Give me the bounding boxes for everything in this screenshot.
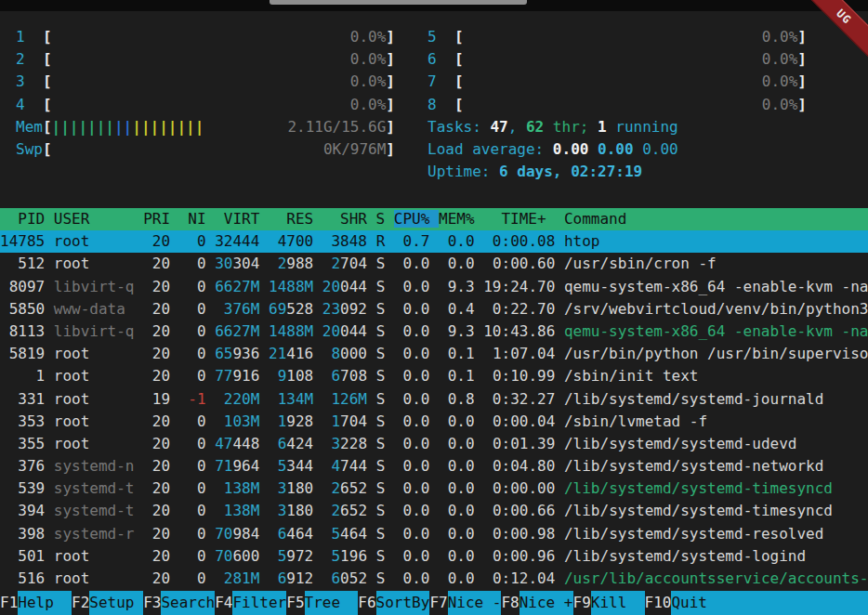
fnkey-f2[interactable]: F2	[72, 591, 89, 615]
virt-cell: 600	[232, 547, 259, 565]
gap	[367, 367, 376, 385]
memory-meter-label: Mem	[16, 116, 43, 138]
mem-cell: 9.3	[439, 278, 483, 295]
gap	[367, 547, 376, 565]
shr-cell	[322, 345, 332, 362]
gap	[313, 502, 322, 519]
process-row-5819[interactable]: 5819 root 20 0 65936 21416 8000 S 0.0 0.…	[0, 343, 868, 365]
fnkey-f8[interactable]: F8	[501, 591, 519, 615]
time-cell: 0:22.70	[483, 300, 564, 318]
process-row-539[interactable]: 539 systemd-t 20 0 138M 3180 2652 S 0.0 …	[0, 478, 868, 500]
shr-cell: 20	[322, 322, 340, 340]
res-cell: 21	[269, 345, 286, 362]
gap	[313, 479, 322, 497]
table-rows: 14785 root 20 0 32444 4700 3848 R 0.7 0.…	[0, 230, 868, 590]
gap	[259, 457, 269, 475]
command-cell: /lib/systemd/systemd-logind	[564, 547, 806, 565]
res-cell	[269, 412, 278, 430]
fnlabel-f4[interactable]: Filter	[232, 591, 286, 615]
fnkey-f6[interactable]: F6	[358, 591, 375, 615]
process-row-8097[interactable]: 8097 libvirt-q 20 0 6627M 1488M 20044 S …	[0, 276, 868, 298]
process-row-331[interactable]: 331 root 19 -1 220M 134M 126M S 0.0 0.8 …	[0, 388, 868, 411]
mem-cell: 0.0	[439, 457, 483, 475]
threads-count: 62	[526, 118, 544, 136]
res-cell	[269, 479, 278, 497]
process-row-353[interactable]: 353 root 20 0 103M 1928 1704 S 0.0 0.0 0…	[0, 411, 868, 433]
fnkey-f4[interactable]: F4	[215, 591, 232, 615]
sort-column-cpu[interactable]: CPU%	[394, 210, 439, 228]
fnkey-f3[interactable]: F3	[143, 591, 161, 615]
process-row-14785[interactable]: 14785 root 20 0 32444 4700 3848 R 0.7 0.…	[0, 230, 868, 253]
shr-cell: 2	[331, 255, 340, 272]
pid-cell: 516	[0, 569, 54, 587]
fnlabel-f8[interactable]: Nice +	[519, 591, 573, 615]
mem-cell: 9.3	[439, 322, 483, 340]
res-cell	[269, 255, 278, 272]
meter-open-bracket: [	[454, 48, 464, 71]
fnkey-f10[interactable]: F10	[645, 591, 672, 615]
cpu-meter-bar: 0.0%	[464, 26, 798, 48]
meter-close-bracket: ]	[386, 48, 395, 71]
ni-cell: 0	[179, 300, 216, 318]
gap	[259, 390, 269, 408]
shr-cell: 2	[331, 479, 340, 497]
process-row-501[interactable]: 501 root 20 0 70600 5972 5196 S 0.0 0.0 …	[0, 545, 868, 568]
pid-cell: 5850	[0, 300, 54, 318]
process-row-376[interactable]: 376 systemd-n 20 0 71964 5344 4744 S 0.0…	[0, 455, 868, 478]
fnkey-f5[interactable]: F5	[286, 591, 304, 615]
mem-cell: 0.0	[439, 479, 483, 497]
fnlabel-f3[interactable]: Search	[161, 591, 215, 615]
fnlabel-f6[interactable]: SortBy	[376, 591, 430, 615]
virt-cell	[215, 569, 224, 587]
fnlabel-f9[interactable]: Kill	[591, 591, 645, 615]
virt-cell: 376M	[224, 300, 260, 318]
drag-handle[interactable]	[270, 0, 527, 5]
meter-close-bracket: ]	[386, 94, 395, 116]
table-header[interactable]: PID USER PRI NI VIRT RES SHR S CPU% MEM%…	[0, 208, 868, 230]
gap	[313, 232, 322, 250]
meter-close-bracket: ]	[386, 71, 395, 93]
shr-cell: 464	[340, 525, 367, 543]
cpu-meter-label: 4	[16, 94, 43, 116]
res-cell	[269, 232, 278, 250]
cpu-meter-label: 7	[427, 71, 454, 93]
process-row-394[interactable]: 394 systemd-t 20 0 138M 3180 2652 S 0.0 …	[0, 500, 868, 522]
shr-cell: 652	[340, 479, 367, 497]
fnlabel-f1[interactable]: Help	[18, 591, 72, 615]
process-row-512[interactable]: 512 root 20 0 30304 2988 2704 S 0.0 0.0 …	[0, 253, 868, 275]
process-row-516[interactable]: 516 root 20 0 281M 6912 6052 S 0.0 0.0 0…	[0, 568, 868, 590]
fnkey-f7[interactable]: F7	[429, 591, 447, 615]
fnkey-f1[interactable]: F1	[0, 591, 18, 615]
user-cell: root	[54, 390, 143, 408]
res-cell: 928	[286, 412, 313, 430]
memory-cache-bars: ||||||||	[132, 116, 204, 138]
fnlabel-f10[interactable]: Quit	[671, 591, 707, 615]
fnkey-f9[interactable]: F9	[573, 591, 591, 615]
ni-cell: 0	[179, 569, 216, 587]
cpu-cell: 0.0	[394, 255, 439, 272]
pid-cell: 14785	[0, 232, 54, 250]
process-row-8113[interactable]: 8113 libvirt-q 20 0 6627M 1488M 20044 S …	[0, 321, 868, 343]
process-row-5850[interactable]: 5850 www-data 20 0 376M 69528 23092 S 0.…	[0, 298, 868, 321]
shr-cell: 1	[331, 412, 340, 430]
process-row-398[interactable]: 398 systemd-r 20 0 70984 6464 5464 S 0.0…	[0, 523, 868, 545]
process-row-355[interactable]: 355 root 20 0 47448 6424 3228 S 0.0 0.0 …	[0, 433, 868, 455]
tasks-count: 47	[490, 118, 507, 136]
shr-cell: 000	[340, 345, 367, 362]
fnlabel-f7[interactable]: Nice -	[448, 591, 502, 615]
fnlabel-f2[interactable]: Setup	[89, 591, 143, 615]
cpu-meter-bar: 0.0%	[464, 71, 798, 93]
fnlabel-f5[interactable]: Tree	[305, 591, 359, 615]
process-row-1[interactable]: 1 root 20 0 77916 9108 6708 S 0.0 0.1 0:…	[0, 365, 868, 387]
tasks-line: Tasks: 47, 62 thr; 1 running	[427, 116, 807, 138]
time-cell: 10:43.86	[483, 322, 564, 340]
time-cell: 19:24.70	[483, 278, 564, 295]
ni-cell: 0	[179, 502, 216, 519]
user-cell: systemd-n	[54, 457, 143, 475]
user-cell: root	[54, 569, 143, 587]
user-cell: root	[54, 547, 143, 565]
meter-close-bracket: ]	[797, 48, 807, 71]
shr-cell: 8	[331, 345, 340, 362]
command-cell: /sbin/init text	[564, 367, 699, 385]
shr-cell: 708	[340, 367, 367, 385]
